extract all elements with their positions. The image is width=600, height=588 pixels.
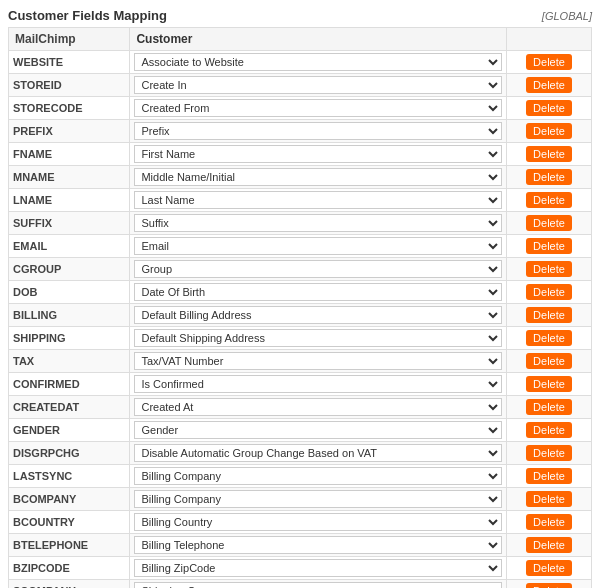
delete-cell: Delete — [506, 580, 591, 589]
customer-select[interactable]: Create In — [134, 76, 502, 94]
table-row: PREFIXPrefixDelete — [9, 120, 592, 143]
delete-button[interactable]: Delete — [526, 215, 572, 231]
mailchimp-field: DOB — [9, 281, 130, 304]
customer-select[interactable]: Middle Name/Initial — [134, 168, 502, 186]
mailchimp-field: LASTSYNC — [9, 465, 130, 488]
delete-cell: Delete — [506, 327, 591, 350]
mailchimp-field: PREFIX — [9, 120, 130, 143]
customer-select[interactable]: Created From — [134, 99, 502, 117]
delete-cell: Delete — [506, 97, 591, 120]
delete-button[interactable]: Delete — [526, 537, 572, 553]
delete-button[interactable]: Delete — [526, 54, 572, 70]
delete-button[interactable]: Delete — [526, 422, 572, 438]
delete-button[interactable]: Delete — [526, 284, 572, 300]
customer-select[interactable]: Billing ZipCode — [134, 559, 502, 577]
customer-field: Created At — [130, 396, 507, 419]
customer-select[interactable]: Billing Company — [134, 490, 502, 508]
delete-cell: Delete — [506, 235, 591, 258]
delete-button[interactable]: Delete — [526, 238, 572, 254]
customer-select[interactable]: Created At — [134, 398, 502, 416]
table-row: CGROUPGroupDelete — [9, 258, 592, 281]
customer-select[interactable]: Tax/VAT Number — [134, 352, 502, 370]
customer-select[interactable]: Last Name — [134, 191, 502, 209]
customer-select[interactable]: First Name — [134, 145, 502, 163]
customer-select[interactable]: Billing Country — [134, 513, 502, 531]
customer-field: Associate to Website — [130, 51, 507, 74]
delete-button[interactable]: Delete — [526, 468, 572, 484]
table-row: CONFIRMEDIs ConfirmedDelete — [9, 373, 592, 396]
mailchimp-field: SHIPPING — [9, 327, 130, 350]
customer-field: Middle Name/Initial — [130, 166, 507, 189]
col-header-delete — [506, 28, 591, 51]
delete-button[interactable]: Delete — [526, 330, 572, 346]
customer-select[interactable]: Suffix — [134, 214, 502, 232]
delete-cell: Delete — [506, 534, 591, 557]
mailchimp-field: EMAIL — [9, 235, 130, 258]
customer-select[interactable]: Prefix — [134, 122, 502, 140]
customer-select[interactable]: Email — [134, 237, 502, 255]
delete-button[interactable]: Delete — [526, 376, 572, 392]
customer-field: Group — [130, 258, 507, 281]
table-row: TAXTax/VAT NumberDelete — [9, 350, 592, 373]
delete-button[interactable]: Delete — [526, 353, 572, 369]
delete-button[interactable]: Delete — [526, 514, 572, 530]
mailchimp-field: LNAME — [9, 189, 130, 212]
customer-field: Gender — [130, 419, 507, 442]
table-row: CREATEDATCreated AtDelete — [9, 396, 592, 419]
delete-button[interactable]: Delete — [526, 560, 572, 576]
delete-cell: Delete — [506, 258, 591, 281]
table-row: SHIPPINGDefault Shipping AddressDelete — [9, 327, 592, 350]
mailchimp-field: BTELEPHONE — [9, 534, 130, 557]
table-row: BCOMPANYBilling CompanyDelete — [9, 488, 592, 511]
customer-select[interactable]: Disable Automatic Group Change Based on … — [134, 444, 502, 462]
delete-button[interactable]: Delete — [526, 146, 572, 162]
mailchimp-field: STORECODE — [9, 97, 130, 120]
mailchimp-field: CREATEDAT — [9, 396, 130, 419]
customer-select[interactable]: Billing Telephone — [134, 536, 502, 554]
customer-field: Create In — [130, 74, 507, 97]
col-header-mailchimp: MailChimp — [9, 28, 130, 51]
customer-select[interactable]: Gender — [134, 421, 502, 439]
delete-cell: Delete — [506, 557, 591, 580]
delete-cell: Delete — [506, 488, 591, 511]
delete-button[interactable]: Delete — [526, 445, 572, 461]
delete-button[interactable]: Delete — [526, 192, 572, 208]
customer-field: Suffix — [130, 212, 507, 235]
delete-cell: Delete — [506, 465, 591, 488]
table-row: LNAMELast NameDelete — [9, 189, 592, 212]
delete-cell: Delete — [506, 419, 591, 442]
customer-field: Default Billing Address — [130, 304, 507, 327]
delete-button[interactable]: Delete — [526, 583, 572, 588]
customer-select[interactable]: Date Of Birth — [134, 283, 502, 301]
section-title: Customer Fields Mapping — [8, 8, 167, 23]
delete-button[interactable]: Delete — [526, 399, 572, 415]
customer-field: Last Name — [130, 189, 507, 212]
mailchimp-field: MNAME — [9, 166, 130, 189]
customer-select[interactable]: Default Billing Address — [134, 306, 502, 324]
delete-cell: Delete — [506, 74, 591, 97]
delete-cell: Delete — [506, 396, 591, 419]
customer-select[interactable]: Is Confirmed — [134, 375, 502, 393]
customer-field: Billing Country — [130, 511, 507, 534]
delete-cell: Delete — [506, 189, 591, 212]
customer-select[interactable]: Group — [134, 260, 502, 278]
delete-button[interactable]: Delete — [526, 169, 572, 185]
delete-button[interactable]: Delete — [526, 491, 572, 507]
delete-button[interactable]: Delete — [526, 77, 572, 93]
customer-select[interactable]: Default Shipping Address — [134, 329, 502, 347]
delete-button[interactable]: Delete — [526, 261, 572, 277]
delete-button[interactable]: Delete — [526, 307, 572, 323]
customer-select[interactable]: Associate to Website — [134, 53, 502, 71]
delete-button[interactable]: Delete — [526, 100, 572, 116]
table-row: DOBDate Of BirthDelete — [9, 281, 592, 304]
customer-select[interactable]: Billing Company — [134, 467, 502, 485]
table-row: MNAMEMiddle Name/InitialDelete — [9, 166, 592, 189]
table-row: EMAILEmailDelete — [9, 235, 592, 258]
customer-field: Created From — [130, 97, 507, 120]
delete-button[interactable]: Delete — [526, 123, 572, 139]
delete-cell: Delete — [506, 442, 591, 465]
customer-field: Billing ZipCode — [130, 557, 507, 580]
table-row: STORECODECreated FromDelete — [9, 97, 592, 120]
mailchimp-field: TAX — [9, 350, 130, 373]
customer-select[interactable]: Shipping Company — [134, 582, 502, 588]
